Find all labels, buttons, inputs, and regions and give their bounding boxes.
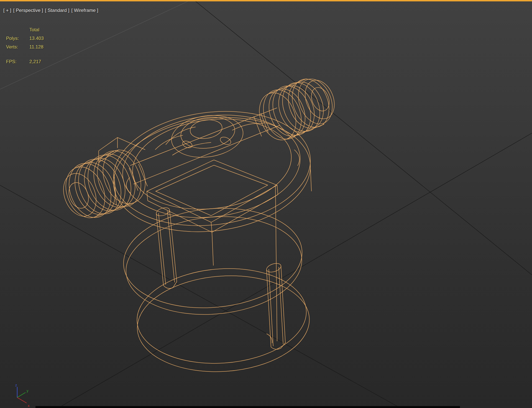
y-axis-label: y <box>27 389 29 393</box>
perspective-viewport[interactable]: [ + ] [ Perspective ] [ Standard ] [ Wir… <box>0 0 532 408</box>
fps-label: FPS: <box>6 57 29 66</box>
viewport-label: [ + ] [ Perspective ] [ Standard ] [ Wir… <box>3 8 98 13</box>
viewport-render-preset-menu[interactable]: [ Standard ] <box>45 8 70 13</box>
active-viewport-border <box>0 0 532 1</box>
verts-label: Verts: <box>6 43 29 51</box>
viewport-shading-menu[interactable]: [ Wireframe ] <box>71 8 98 13</box>
statistics-polys-row: Polys: 13.403 <box>6 34 44 43</box>
x-axis-line <box>17 397 27 403</box>
viewport-pov-menu[interactable]: [ Perspective ] <box>13 8 43 13</box>
bottom-edge-strip <box>35 406 460 408</box>
statistics-header-row: Total <box>6 26 44 34</box>
verts-value: 11.128 <box>29 43 44 51</box>
polys-label: Polys: <box>6 34 29 43</box>
y-axis-line <box>17 392 25 397</box>
x-axis-label: x <box>28 404 30 408</box>
statistics-verts-row: Verts: 11.128 <box>6 43 44 51</box>
statistics-overlay: Total Polys: 13.403 Verts: 11.128 FPS: 2… <box>6 26 44 66</box>
scene-canvas[interactable] <box>0 0 532 408</box>
viewport-general-menu[interactable]: [ + ] <box>3 8 11 13</box>
statistics-column-header: Total <box>29 26 39 34</box>
fps-value: 2,217 <box>29 57 41 66</box>
home-grid <box>0 0 532 408</box>
z-axis-label: z <box>15 383 17 387</box>
polys-value: 13.403 <box>29 34 44 43</box>
wireframe-model <box>58 74 340 378</box>
statistics-fps-row: FPS: 2,217 <box>6 57 44 66</box>
world-axis-tripod: z y x <box>11 383 36 408</box>
